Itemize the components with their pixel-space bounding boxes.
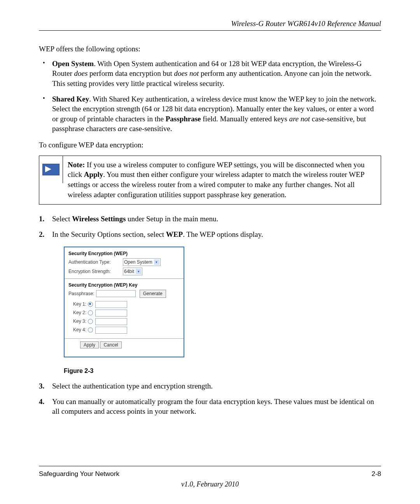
figure-caption: Figure 2-3: [64, 367, 381, 375]
footer-version: v1.0, February 2010: [39, 480, 381, 488]
generate-button[interactable]: Generate: [140, 290, 166, 298]
bullet-lead: Open System: [52, 60, 94, 68]
key4-label: Key 4:: [68, 327, 88, 333]
bullet-open-system: Open System. With Open System authentica…: [39, 59, 381, 89]
note-text: Note: If you use a wireless computer to …: [63, 156, 381, 205]
auth-type-label: Authentication Type:: [68, 259, 123, 265]
key2-input[interactable]: [95, 310, 127, 317]
intro-text: WEP offers the following options:: [39, 44, 381, 54]
footer-section: Safeguarding Your Network: [39, 470, 119, 478]
chevron-down-icon: ▾: [136, 269, 141, 274]
step-4: You can manually or automatically progra…: [39, 397, 381, 416]
key1-label: Key 1:: [68, 301, 88, 307]
passphrase-label: Passphrase:: [68, 290, 94, 297]
section-title-wep: Security Encryption (WEP): [68, 250, 180, 257]
note-box: Note: If you use a wireless computer to …: [39, 156, 381, 205]
bullet-lead: Shared Key: [52, 95, 89, 103]
footer-page-number: 2-8: [371, 470, 381, 478]
key1-radio[interactable]: [88, 302, 93, 307]
wep-panel: Security Encryption (WEP) Authentication…: [64, 247, 184, 357]
auth-type-select[interactable]: Open System ▾: [123, 258, 161, 266]
key2-label: Key 2:: [68, 310, 88, 316]
key4-input[interactable]: [95, 327, 127, 334]
step-3: Select the authentication type and encry…: [39, 381, 381, 391]
key3-input[interactable]: [95, 318, 127, 325]
passphrase-input[interactable]: [96, 290, 136, 297]
bullet-shared-key: Shared Key. With Shared Key authenticati…: [39, 94, 381, 134]
enc-strength-label: Encryption Strength:: [68, 268, 123, 275]
chevron-down-icon: ▾: [154, 259, 159, 265]
key3-radio[interactable]: [88, 319, 93, 324]
key2-radio[interactable]: [88, 310, 93, 315]
key1-input[interactable]: [95, 301, 127, 308]
apply-button[interactable]: Apply: [80, 341, 99, 348]
note-icon-cell: [39, 156, 63, 183]
step-1: Select Wireless Settings under Setup in …: [39, 214, 381, 224]
enc-strength-select[interactable]: 64bit ▾: [123, 268, 142, 275]
configure-line: To configure WEP data encryption:: [39, 140, 381, 150]
page-footer: Safeguarding Your Network 2-8 v1.0, Febr…: [39, 466, 381, 488]
cancel-button[interactable]: Cancel: [100, 341, 121, 348]
key3-label: Key 3:: [68, 318, 88, 324]
key4-radio[interactable]: [88, 327, 93, 332]
section-title-wep-key: Security Encryption (WEP) Key: [68, 282, 180, 288]
page-header: Wireless-G Router WGR614v10 Reference Ma…: [39, 19, 381, 31]
step-2: In the Security Options section, select …: [39, 229, 381, 375]
arrow-right-icon: [42, 164, 60, 175]
